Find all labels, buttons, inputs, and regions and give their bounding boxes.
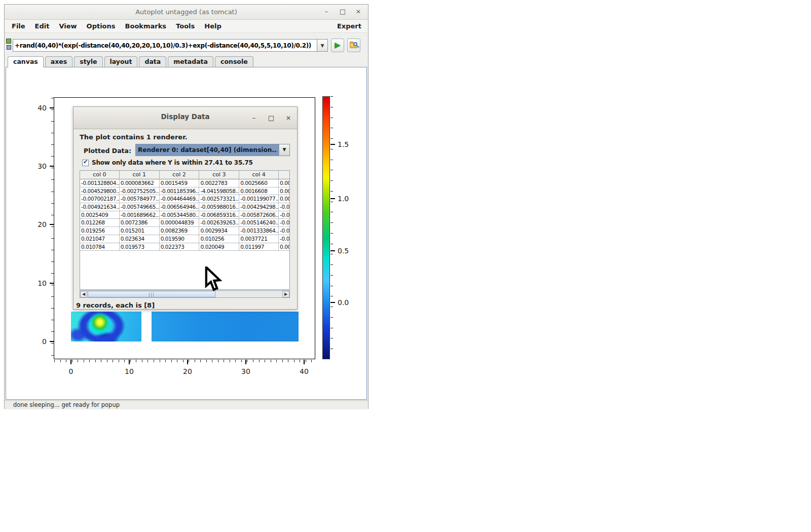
table-cell[interactable]: -0.004464469... — [160, 195, 200, 203]
table-cell[interactable]: -0.002752505... — [120, 187, 160, 196]
title-bar[interactable]: Autoplot untagged (as tomcat) – □ × — [5, 5, 368, 20]
table-cell[interactable]: 0.000044839 — [160, 219, 200, 227]
table-cell[interactable]: -0.005784977... — [120, 195, 160, 203]
tab-style[interactable]: style — [74, 56, 102, 67]
table-cell[interactable]: -0.0 — [279, 219, 289, 227]
plotted-data-select[interactable]: Renderer 0: dataset[40,40] (dimension...… — [135, 144, 290, 156]
table-cell[interactable]: 0.00 — [279, 187, 289, 196]
menu-tools[interactable]: Tools — [176, 22, 195, 30]
table-cell[interactable]: 0.021047 — [80, 235, 120, 243]
table-cell[interactable]: -0.0 — [279, 227, 289, 235]
table-cell[interactable]: 0.0072386 — [120, 219, 160, 227]
table-row[interactable]: -0.007002187... -0.005784977... -0.00446… — [80, 195, 289, 203]
menu-options[interactable]: Options — [87, 22, 116, 30]
table-row[interactable]: 0.021047 0.023634 0.019590 0.010256 0.00… — [80, 235, 289, 243]
column-header[interactable]: col 1 — [120, 171, 160, 179]
table-cell[interactable]: -0.001689662... — [120, 211, 160, 219]
dialog-maximize-icon[interactable]: □ — [266, 112, 277, 124]
menu-bookmarks[interactable]: Bookmarks — [125, 22, 167, 30]
table-cell[interactable]: 0.019590 — [160, 235, 200, 243]
column-header[interactable]: col 2 — [160, 171, 200, 179]
table-cell[interactable]: -0.007002187... — [80, 195, 120, 203]
table-cell[interactable]: 0.019256 — [80, 227, 120, 235]
tab-canvas[interactable]: canvas — [8, 56, 44, 67]
table-cell[interactable]: 0.019573 — [120, 243, 160, 251]
table-cell[interactable]: 0.012268 — [80, 219, 120, 227]
table-cell[interactable]: -0.002573321... — [199, 195, 239, 203]
table-row[interactable]: -0.001328804... 0.000083662 0.0015459 0.… — [80, 179, 289, 187]
table-cell[interactable]: -0.001328804... — [80, 179, 120, 187]
tab-layout[interactable]: layout — [104, 56, 138, 67]
table-cell[interactable]: 0.0025660 — [239, 179, 279, 187]
close-icon[interactable]: × — [353, 7, 363, 17]
table-cell[interactable]: 0.00 — [279, 195, 289, 203]
table-cell[interactable]: 0.015201 — [120, 227, 160, 235]
table-cell[interactable]: 0.0037721 — [239, 235, 279, 243]
table-row[interactable]: 0.019256 0.015201 0.0082369 0.0029934 -0… — [80, 227, 289, 235]
tab-data[interactable]: data — [139, 56, 166, 67]
scrollbar-thumb[interactable]: ||| — [88, 291, 215, 297]
uri-input[interactable] — [13, 39, 317, 52]
table-row[interactable]: -0.004529800... -0.002752505... -0.00118… — [80, 187, 289, 196]
table-cell[interactable]: -4.041598058... — [199, 187, 239, 196]
table-cell[interactable]: 0.00 — [279, 243, 289, 251]
table-cell[interactable]: 0.00 — [279, 179, 289, 187]
table-row[interactable]: 0.012268 0.0072386 0.000044839 -0.002639… — [80, 219, 289, 227]
table-cell[interactable]: 0.010784 — [80, 243, 120, 251]
table-cell[interactable]: 0.0025409 — [80, 211, 120, 219]
table-cell[interactable]: 0.0082369 — [160, 227, 200, 235]
inspect-uri-button[interactable] — [347, 39, 360, 52]
table-cell[interactable]: -0.001199077... — [239, 195, 279, 203]
column-header[interactable] — [279, 171, 289, 179]
tab-console[interactable]: console — [215, 56, 253, 67]
table-cell[interactable]: -0.006564946... — [160, 203, 200, 211]
horizontal-scrollbar[interactable]: ◀ ||| ▶ — [80, 290, 290, 298]
table-cell[interactable]: 0.020049 — [199, 243, 239, 251]
dialog-close-icon[interactable]: × — [283, 112, 294, 124]
data-table[interactable]: col 0 col 1 col 2 col 3 col 4 -0.0013288… — [80, 170, 290, 290]
menu-help[interactable]: Help — [204, 22, 221, 30]
table-cell[interactable]: -0.0 — [279, 203, 289, 211]
menu-expert[interactable]: Expert — [337, 20, 361, 32]
table-cell[interactable]: 0.010256 — [199, 235, 239, 243]
filter-checkbox[interactable]: ✔ — [82, 160, 89, 166]
table-cell[interactable]: -0.0 — [279, 235, 289, 243]
table-cell[interactable]: -0.001333864... — [239, 227, 279, 235]
table-cell[interactable]: -0.005872606... — [239, 211, 279, 219]
menu-view[interactable]: View — [59, 22, 77, 30]
table-cell[interactable]: -0.004529800... — [80, 187, 120, 196]
table-cell[interactable]: 0.011997 — [239, 243, 279, 251]
table-row[interactable]: 0.0025409 -0.001689662... -0.005344580..… — [80, 211, 289, 219]
menu-edit[interactable]: Edit — [35, 22, 50, 30]
table-cell[interactable]: -0.006859316... — [199, 211, 239, 219]
table-cell[interactable]: -0.004921634... — [80, 203, 120, 211]
column-header[interactable]: col 4 — [239, 171, 279, 179]
table-cell[interactable]: -0.001185396... — [160, 187, 200, 196]
table-cell[interactable]: 0.023634 — [120, 235, 160, 243]
table-cell[interactable]: 0.000083662 — [120, 179, 160, 187]
table-cell[interactable]: -0.005988016... — [199, 203, 239, 211]
go-button[interactable]: ▶ — [331, 39, 344, 52]
uri-dropdown-icon[interactable]: ▼ — [317, 39, 328, 52]
table-row[interactable]: 0.010784 0.019573 0.022373 0.020049 0.01… — [80, 243, 289, 251]
table-cell[interactable]: 0.022373 — [160, 243, 200, 251]
table-cell[interactable]: -0.0 — [279, 211, 289, 219]
table-cell[interactable]: 0.0016608 — [239, 187, 279, 196]
table-cell[interactable]: -0.005146240... — [239, 219, 279, 227]
table-cell[interactable]: 0.0015459 — [160, 179, 200, 187]
table-cell[interactable]: -0.002639263... — [199, 219, 239, 227]
table-cell[interactable]: 0.0022783 — [199, 179, 239, 187]
column-header[interactable]: col 3 — [199, 171, 239, 179]
column-header[interactable]: col 0 — [80, 171, 120, 179]
dialog-minimize-icon[interactable]: – — [248, 112, 260, 124]
chevron-down-icon[interactable]: ▼ — [279, 144, 289, 156]
minimize-icon[interactable]: – — [321, 7, 331, 17]
table-cell[interactable]: 0.0029934 — [199, 227, 239, 235]
tab-axes[interactable]: axes — [45, 56, 72, 67]
scroll-right-icon[interactable]: ▶ — [282, 291, 289, 297]
tab-metadata[interactable]: metadata — [168, 56, 213, 67]
table-cell[interactable]: -0.004294298... — [239, 203, 279, 211]
scroll-left-icon[interactable]: ◀ — [80, 291, 87, 297]
table-cell[interactable]: -0.005749665... — [120, 203, 160, 211]
table-cell[interactable]: -0.005344580... — [160, 211, 200, 219]
